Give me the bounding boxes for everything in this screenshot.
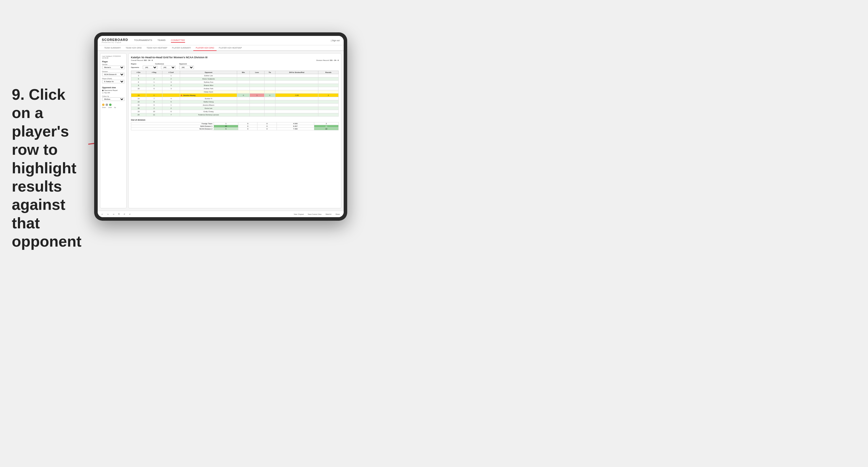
save-custom-button[interactable]: Save Custom View — [307, 213, 322, 215]
annotation-container: 9. Click on a player's row to highlight … — [12, 85, 88, 251]
annotation-text: Click on a player's row to highlight res… — [12, 86, 82, 250]
opponents-label: Opponents: — [131, 66, 139, 68]
gender-label: Gender — [102, 64, 124, 65]
main-content: Last Updated: 27/03/2024 16:55:38 Player… — [98, 51, 344, 211]
filter-row-selects: Opponents: (All) (All) (All) — [131, 66, 339, 69]
colour-labels: Down Level Up — [102, 106, 124, 108]
table-row[interactable]: 1585Stella Cheng — [131, 100, 339, 103]
h2h-grid-table: # Div # Reg # Conf Opponent Win Loss Tie… — [131, 71, 339, 117]
colour-by-label: Colour by — [102, 95, 124, 97]
annotation-number: 9. — [12, 86, 24, 103]
top-nav: SCOREBOARD Powered by clippd TOURNAMENTS… — [98, 36, 344, 45]
division-select[interactable]: NCAA Division III — [102, 73, 124, 76]
copy-button[interactable]: ⧉ — [117, 213, 120, 215]
table-row[interactable]: 1822Euna Lee — [131, 107, 339, 110]
sub-nav-player-h2h-grid[interactable]: PLAYER H2H GRID — [193, 45, 217, 51]
out-of-division-table: Foreign Team 1 0 0 4.500 2 NAIA Division… — [131, 122, 339, 130]
opponent-option-played[interactable]: Opponents Played — [102, 89, 124, 91]
sub-nav-team-summary[interactable]: TEAM SUMMARY — [102, 45, 123, 50]
opponent-view-section: Opponent view Opponents Played Top 100 — [102, 87, 124, 94]
table-row[interactable]: 31Esther Lee — [131, 74, 339, 77]
tablet-screen: SCOREBOARD Powered by clippd TOURNAMENTS… — [98, 36, 344, 217]
sub-nav-team-h2h-heatmap[interactable]: TEAM H2H HEATMAP — [144, 45, 170, 50]
table-row[interactable]: 914Sharon Mun — [131, 84, 339, 87]
table-row[interactable]: 522Alexis Sudjianto — [131, 77, 339, 81]
col-reg: # Reg — [146, 71, 162, 74]
opponent-view-title: Opponent view — [102, 87, 124, 89]
table-row[interactable]: 1063Andrea York — [131, 87, 339, 90]
table-row[interactable]: 20117Federica Domecq Lacroze — [131, 113, 339, 117]
nav-tournaments[interactable]: TOURNAMENTS — [134, 38, 152, 43]
right-panel: Katelyn Vo Head-to-Head Grid for Women's… — [128, 53, 341, 208]
opponent-option-top100[interactable]: Top 100 — [102, 92, 124, 94]
nav-items: TOURNAMENTS TEAMS COMMITTEE — [134, 38, 331, 43]
col-opponent: Opponent — [180, 71, 237, 74]
nav-committee[interactable]: COMMITTEE — [171, 38, 185, 43]
sub-nav-player-summary[interactable]: PLAYER SUMMARY — [170, 45, 194, 50]
radio-top100 — [102, 92, 103, 94]
grid-title: Katelyn Vo Head-to-Head Grid for Women's… — [131, 56, 339, 59]
refresh-button[interactable]: ↺ — [123, 213, 126, 215]
share-button[interactable]: Share — [335, 213, 341, 215]
player-rank-label: Player (Rank) — [102, 78, 124, 80]
col-tie: Tie — [264, 71, 275, 74]
sign-out-button[interactable]: | Sign out — [331, 39, 340, 41]
col-diff: Diff Av Strokes/Rnd — [275, 71, 318, 74]
forward-button[interactable]: ⇥ — [112, 213, 115, 215]
table-row[interactable]: 1691Jessica Mason — [131, 103, 339, 107]
col-div: # Div — [131, 71, 146, 74]
logo: SCOREBOARD Powered by clippd — [102, 38, 128, 43]
col-loss: Loss — [249, 71, 264, 74]
table-row[interactable]: 19106Emily Chang — [131, 110, 339, 113]
ood-table-row[interactable]: NCAA Division 2 5 0 0 7.400 10 — [131, 128, 339, 130]
undo-button[interactable]: ↩ — [101, 213, 104, 215]
table-header-row: # Div # Reg # Conf Opponent Win Loss Tie… — [131, 71, 339, 74]
colour-up — [109, 103, 112, 106]
radio-played — [102, 90, 103, 91]
filter-row-labels: Region Conference Opponent — [131, 63, 339, 65]
timer-button[interactable]: ⏱ — [128, 213, 132, 215]
watch-button[interactable]: Watch ▾ — [324, 213, 332, 215]
colour-by-select[interactable]: Win/loss — [102, 97, 124, 101]
out-of-division-title: Out of division — [131, 119, 339, 121]
ood-table-row[interactable]: Foreign Team 1 0 0 4.500 2 — [131, 122, 339, 125]
player-section-title: Player — [102, 61, 124, 63]
view-original-button[interactable]: View: Original — [293, 213, 305, 215]
gender-select[interactable]: Women's — [102, 66, 124, 69]
division-record-label: Division Record: 331 - 34 - 6 — [316, 59, 339, 61]
left-panel: Last Updated: 27/03/2024 16:55:38 Player… — [100, 53, 126, 208]
colour-down — [102, 103, 104, 106]
player-rank-select[interactable]: 8. Katelyn Vo — [102, 80, 124, 83]
col-rounds: Rounds — [318, 71, 339, 74]
ood-table-row[interactable]: NAIA Division 1 15 0 0 9.267 30 — [131, 125, 339, 128]
table-row[interactable]: 613Sydney Kuo — [131, 81, 339, 84]
table-row[interactable]: 131▶Jessica Huang010-3.002 — [131, 94, 339, 97]
conference-select[interactable]: (All) — [161, 66, 176, 69]
tablet-frame: SCOREBOARD Powered by clippd TOURNAMENTS… — [94, 32, 347, 221]
sub-nav: TEAM SUMMARY TEAM H2H GRID TEAM H2H HEAT… — [98, 45, 344, 51]
sub-nav-team-h2h-grid[interactable]: TEAM H2H GRID — [123, 45, 144, 50]
opponent-select[interactable]: (All) — [179, 66, 194, 69]
col-win: Win — [237, 71, 250, 74]
colour-section: Colour by Win/loss Down Level Up — [102, 95, 124, 108]
redo-button[interactable]: ↪ — [106, 213, 110, 215]
col-conf: # Conf — [162, 71, 180, 74]
table-row[interactable]: 1474Eunice Yi — [131, 97, 339, 100]
overall-record-label: Overall Record: 353 - 34 - 6 — [131, 59, 153, 61]
record-row: Overall Record: 353 - 34 - 6 Division Re… — [131, 59, 339, 61]
division-record-value: 331 - 34 - 6 — [330, 59, 339, 61]
division-label: Division — [102, 71, 124, 72]
timestamp: Last Updated: 27/03/2024 16:55:38 — [102, 55, 124, 59]
table-row[interactable]: Haeju Hyun — [131, 90, 339, 94]
nav-teams[interactable]: TEAMS — [157, 38, 166, 43]
bottom-toolbar: ↩ ↪ ⇥ ⧉ ↺ ⏱ View: Original Save Custom V… — [98, 211, 344, 217]
overall-record-value: 353 - 34 - 6 — [144, 59, 153, 61]
sub-nav-player-h2h-heatmap[interactable]: PLAYER H2H HEATMAP — [217, 45, 244, 50]
colour-circles — [102, 103, 124, 106]
region-select[interactable]: (All) — [143, 66, 157, 69]
colour-level — [105, 103, 108, 106]
